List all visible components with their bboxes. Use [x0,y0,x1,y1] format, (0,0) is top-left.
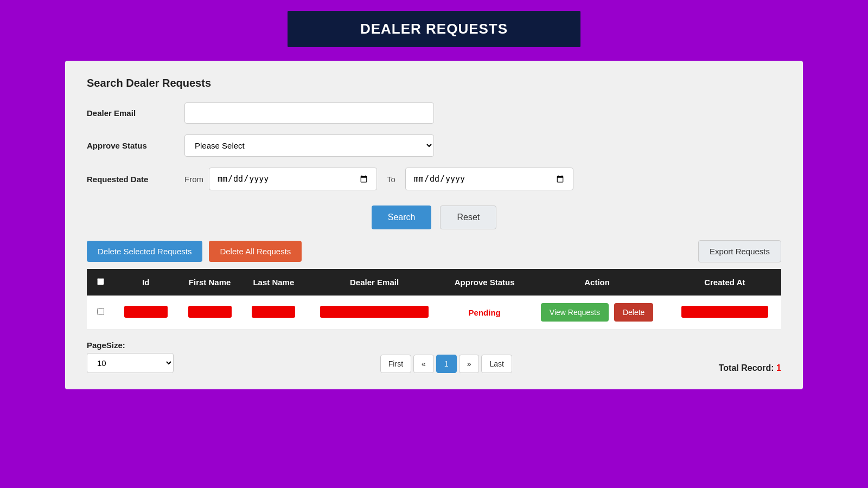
table-header-id: Id [114,269,178,296]
table-header-last-name: Last Name [242,269,306,296]
pagination-nav: First « 1 » Last [380,355,512,373]
row-created-at-cell [668,296,781,330]
approve-status-label: Approve Status [87,141,184,150]
page-header: DEALER REQUESTS [288,11,580,47]
search-section: Search Dealer Requests Dealer Email Appr… [87,77,781,229]
total-record: Total Record: 1 [719,363,781,373]
approve-status-select[interactable]: Please Select Pending Approved Rejected [184,134,434,157]
view-requests-button[interactable]: View Requests [541,303,609,322]
date-to-label: To [387,175,395,184]
date-from-input[interactable] [209,168,377,190]
delete-selected-button[interactable]: Delete Selected Requests [87,241,202,262]
redacted-id-bar [124,306,168,318]
requests-table: Id First Name Last Name Dealer Email App… [87,269,781,330]
redacted-first-name-bar [188,306,232,318]
pagesize-label: PageSize: [87,341,174,350]
main-container: Search Dealer Requests Dealer Email Appr… [65,61,803,389]
page-last-button[interactable]: Last [481,355,512,373]
date-to-input[interactable] [405,168,573,190]
action-bar-right: Export Requests [698,240,781,262]
page-prev-button[interactable]: « [413,355,434,373]
approve-status-row: Approve Status Please Select Pending App… [87,134,781,157]
table-header-checkbox [87,269,114,296]
date-from-label: From [184,175,203,184]
dealer-email-label: Dealer Email [87,108,184,118]
delete-all-button[interactable]: Delete All Requests [209,241,302,262]
reset-button[interactable]: Reset [440,206,496,229]
redacted-created-at-bar [681,306,768,318]
table-header-dealer-email: Dealer Email [305,269,443,296]
table-header-first-name: First Name [178,269,242,296]
table-header-row: Id First Name Last Name Dealer Email App… [87,269,781,296]
pagesize-container: PageSize: 10 25 50 100 [87,341,174,373]
row-action-cell: View Requests Delete [526,296,668,330]
row-id-cell [114,296,178,330]
page-first-button[interactable]: First [380,355,411,373]
dealer-email-row: Dealer Email [87,102,781,124]
page-1-button[interactable]: 1 [436,355,457,373]
table-header-action: Action [526,269,668,296]
select-all-checkbox[interactable] [97,278,104,285]
search-section-title: Search Dealer Requests [87,77,781,89]
table-row: Pending View Requests Delete [87,296,781,330]
pagesize-select[interactable]: 10 25 50 100 [87,353,174,373]
dealer-email-input[interactable] [184,102,434,124]
requested-date-row: Requested Date From To [87,168,781,190]
row-checkbox[interactable] [97,308,104,315]
page-next-button[interactable]: » [459,355,480,373]
redacted-dealer-email-bar [320,306,429,318]
action-bar-left: Delete Selected Requests Delete All Requ… [87,241,302,262]
total-record-value: 1 [776,363,781,373]
row-approve-status-cell: Pending [443,296,526,330]
row-last-name-cell [242,296,306,330]
pagination-section: PageSize: 10 25 50 100 First « 1 » Last … [87,341,781,373]
search-button-row: Search Reset [87,206,781,229]
redacted-last-name-bar [252,306,295,318]
row-delete-button[interactable]: Delete [614,303,653,322]
action-bar: Delete Selected Requests Delete All Requ… [87,240,781,262]
row-dealer-email-cell [305,296,443,330]
row-checkbox-cell [87,296,114,330]
requested-date-label: Requested Date [87,175,184,184]
row-first-name-cell [178,296,242,330]
table-header-created-at: Created At [668,269,781,296]
table-wrapper: Id First Name Last Name Dealer Email App… [87,269,781,330]
export-button[interactable]: Export Requests [698,240,781,262]
status-pending-badge: Pending [469,308,501,317]
date-range-row: From To [184,168,573,190]
page-title: DEALER REQUESTS [309,21,559,37]
search-button[interactable]: Search [372,206,432,229]
table-header-approve-status: Approve Status [443,269,526,296]
